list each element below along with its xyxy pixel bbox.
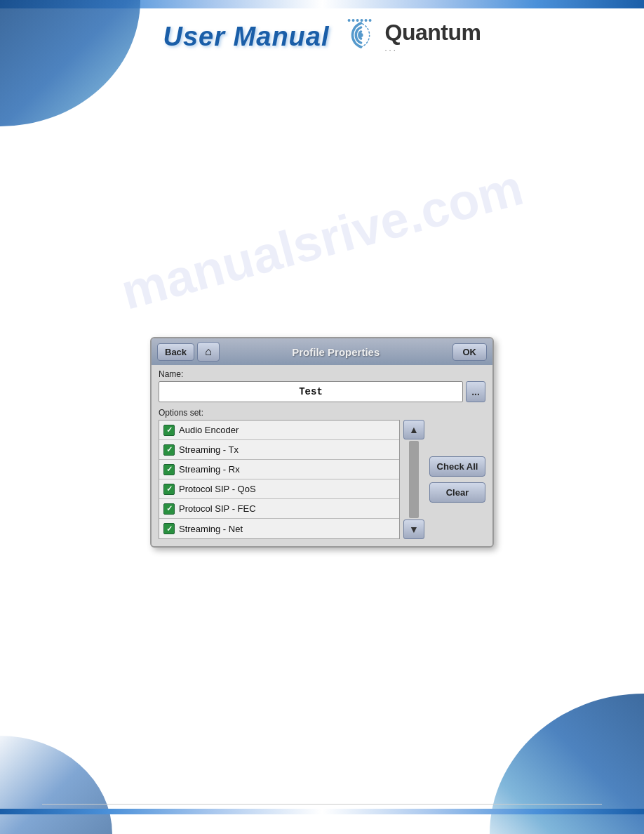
options-area: ✓ Audio Encoder ✓ Streaming - Tx bbox=[159, 420, 485, 539]
list-item[interactable]: ✓ Protocol SIP - QoS bbox=[159, 479, 399, 499]
footer-line bbox=[42, 804, 602, 805]
user-manual-title: User Manual bbox=[163, 22, 330, 52]
check-all-button[interactable]: Check All bbox=[429, 456, 485, 477]
ok-button[interactable]: OK bbox=[452, 343, 488, 361]
svg-point-2 bbox=[352, 19, 355, 22]
name-label: Name: bbox=[159, 369, 485, 379]
scroll-track bbox=[409, 441, 419, 518]
list-item[interactable]: ✓ Streaming - Rx bbox=[159, 460, 399, 479]
svg-point-6 bbox=[369, 19, 372, 22]
svg-point-3 bbox=[356, 19, 359, 22]
checkbox-protocol-sip-fec[interactable]: ✓ bbox=[163, 503, 175, 515]
options-label: Options set: bbox=[159, 408, 485, 418]
check-mark: ✓ bbox=[166, 465, 173, 473]
checkbox-streaming-tx[interactable]: ✓ bbox=[163, 444, 175, 456]
back-button[interactable]: Back bbox=[157, 343, 194, 361]
svg-point-4 bbox=[361, 19, 363, 22]
option-label-5: Streaming - Net bbox=[179, 524, 243, 534]
list-item[interactable]: ✓ Streaming - Tx bbox=[159, 440, 399, 460]
home-icon: ⌂ bbox=[205, 345, 212, 358]
checkbox-audio-encoder[interactable]: ✓ bbox=[163, 425, 175, 436]
check-mark: ✓ bbox=[166, 525, 173, 533]
ellipsis-button[interactable]: ... bbox=[466, 381, 485, 402]
list-item[interactable]: ✓ Streaming - Net bbox=[159, 519, 399, 538]
option-label-2: Streaming - Rx bbox=[179, 464, 240, 475]
check-mark: ✓ bbox=[166, 485, 173, 493]
dialog-titlebar: Back ⌂ Profile Properties OK bbox=[152, 338, 492, 365]
svg-point-5 bbox=[365, 19, 368, 22]
corner-decoration-top-left bbox=[0, 0, 182, 140]
quantum-signal-icon bbox=[342, 18, 381, 56]
scroll-down-button[interactable]: ▼ bbox=[403, 519, 424, 539]
profile-properties-dialog: Back ⌂ Profile Properties OK Name: ... O… bbox=[150, 337, 494, 548]
name-input[interactable] bbox=[159, 381, 463, 402]
dialog-title: Profile Properties bbox=[222, 346, 449, 358]
scroll-controls: ▲ ▼ bbox=[403, 420, 425, 539]
bottom-bar bbox=[0, 809, 644, 814]
dialog-body: Name: ... Options set: ✓ Audio Encoder bbox=[152, 365, 492, 546]
option-label-4: Protocol SIP - FEC bbox=[179, 503, 256, 514]
check-mark: ✓ bbox=[166, 426, 173, 434]
action-buttons: Check All Clear bbox=[429, 420, 485, 539]
options-list: ✓ Audio Encoder ✓ Streaming - Tx bbox=[159, 420, 400, 539]
corner-decoration-bottom-left bbox=[0, 722, 140, 834]
svg-point-1 bbox=[348, 19, 351, 22]
check-mark: ✓ bbox=[166, 446, 173, 454]
scroll-up-button[interactable]: ▲ bbox=[403, 420, 424, 439]
list-item[interactable]: ✓ Protocol SIP - FEC bbox=[159, 499, 399, 519]
checkbox-streaming-net[interactable]: ✓ bbox=[163, 523, 175, 534]
quantum-dots: ··· bbox=[385, 46, 481, 54]
home-button[interactable]: ⌂ bbox=[197, 342, 220, 362]
option-label-0: Audio Encoder bbox=[179, 425, 239, 435]
clear-button[interactable]: Clear bbox=[429, 482, 485, 503]
watermark: manualsrive.com bbox=[115, 158, 528, 320]
option-label-1: Streaming - Tx bbox=[179, 444, 239, 455]
option-label-3: Protocol SIP - QoS bbox=[179, 484, 256, 494]
checkbox-streaming-rx[interactable]: ✓ bbox=[163, 464, 175, 475]
quantum-logo: Quantum ··· bbox=[342, 18, 481, 56]
quantum-text: Quantum ··· bbox=[385, 20, 481, 54]
quantum-name: Quantum bbox=[385, 20, 481, 46]
check-mark: ✓ bbox=[166, 505, 173, 512]
checkbox-protocol-sip-qos[interactable]: ✓ bbox=[163, 484, 175, 495]
svg-point-0 bbox=[359, 33, 363, 37]
name-row: ... bbox=[159, 381, 485, 402]
logo-area: User Manual Quantum ··· bbox=[163, 18, 481, 56]
list-item[interactable]: ✓ Audio Encoder bbox=[159, 421, 399, 440]
